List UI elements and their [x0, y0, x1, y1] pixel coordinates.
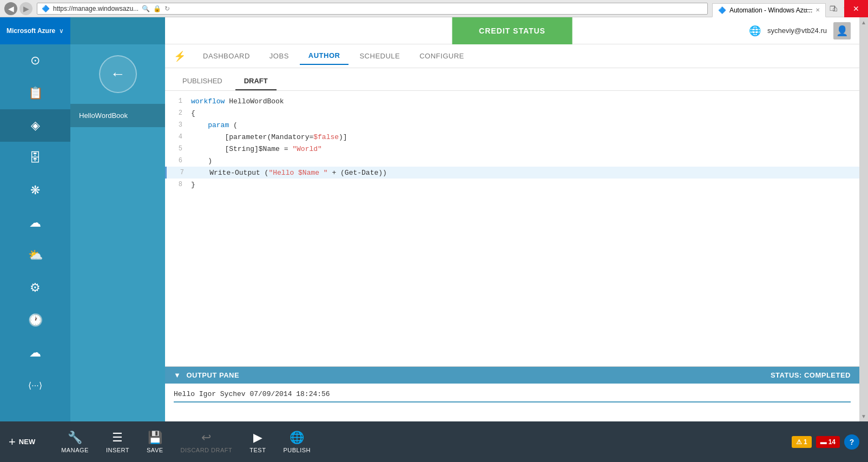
sub-tab-draft[interactable]: DRAFT [235, 72, 277, 90]
line-num-3: 3 [169, 121, 182, 129]
user-avatar[interactable]: 👤 [833, 22, 851, 39]
code2-icon: ⟨···⟩ [28, 380, 42, 391]
sidebar-item-schedule[interactable]: 🕐 [0, 304, 70, 336]
output-status-label: STATUS: COMPLETED [771, 371, 851, 379]
test-icon: ▶ [253, 431, 263, 445]
sidebar-item-code[interactable]: ◈ [0, 109, 70, 142]
tab-jobs[interactable]: JOBS [261, 48, 298, 64]
warning-count: 1 [804, 438, 807, 446]
manage-button[interactable]: 🔧 MANAGE [52, 431, 97, 453]
code-content-3: param ( [191, 121, 238, 129]
warning-badge[interactable]: ⚠ 1 [792, 436, 812, 448]
scroll-down-icon[interactable]: ▼ [861, 413, 866, 419]
sidebar-item-dashboard[interactable]: ⊙ [0, 44, 70, 77]
window-controls: — ❐ ✕ [797, 0, 868, 17]
tab-author[interactable]: AUTHOR [300, 47, 349, 65]
minimize-button[interactable]: — [797, 0, 820, 17]
close-button[interactable]: ✕ [844, 0, 868, 17]
credit-status-button[interactable]: CREDIT STATUS [452, 17, 573, 44]
output-pane-toggle-icon[interactable]: ▼ [174, 371, 181, 379]
sidebar-item-files[interactable]: 📋 [0, 77, 70, 109]
code-content-4: [parameter(Mandatory=$false)] [191, 133, 347, 141]
output-content: Hello Igor Sychev 07/09/2014 18:24:56 [165, 384, 859, 421]
sidebar-item-storage[interactable]: 🗄 [0, 142, 70, 174]
code-line-4: 4 [parameter(Mandatory=$false)] [165, 131, 859, 143]
sidebar-item-settings[interactable]: ⚙ [0, 272, 70, 304]
azure-chevron-icon[interactable]: ∨ [59, 27, 64, 35]
new-button[interactable]: + NEW [9, 436, 35, 448]
line-num-1: 1 [169, 97, 182, 105]
address-bar[interactable]: 🔷 https://manage.windowsazu... 🔍 🔒 ↻ [37, 3, 708, 15]
code-line-3: 3 param ( [165, 119, 859, 131]
bottom-toolbar: + NEW 🔧 MANAGE ☰ INSERT 💾 SAVE ↩ DISCARD… [0, 421, 868, 462]
address-text: https://manage.windowsazu... [53, 5, 139, 12]
settings-icon: ⚙ [30, 281, 41, 295]
tab-icon: 🔷 [718, 6, 726, 14]
insert-button[interactable]: ☰ INSERT [97, 431, 138, 453]
sidebar-item-cloud3[interactable]: ☁ [0, 336, 70, 369]
output-cursor [174, 401, 851, 402]
tab-configure[interactable]: CONFIGURE [411, 48, 473, 64]
warning-icon: ⚠ [796, 438, 802, 446]
insert-icon: ☰ [112, 431, 123, 445]
tab-schedule[interactable]: SCHEDULE [351, 48, 409, 64]
line-num-2: 2 [169, 109, 182, 117]
search-icon: 🔍 [142, 5, 150, 12]
nav-icon: ⚡ [174, 50, 186, 62]
nav-forward-button[interactable]: ▶ [19, 2, 32, 15]
top-right-area: 🌐 sycheviy@vtb24.ru 👤 [749, 22, 859, 39]
save-button[interactable]: 💾 SAVE [138, 431, 172, 453]
code-line-2: 2 { [165, 107, 859, 119]
sub-sidebar-header [70, 17, 165, 44]
code-line-7: 7 Write-Output ("Hello $Name " + (Get-Da… [165, 167, 859, 179]
test-button[interactable]: ▶ TEST [241, 431, 274, 453]
sidebar-item-code2[interactable]: ⟨···⟩ [0, 369, 70, 401]
help-button[interactable]: ? [844, 434, 859, 450]
test-label: TEST [249, 447, 266, 453]
refresh-icon: ↻ [165, 5, 170, 12]
site-icon: 🔷 [42, 5, 50, 12]
maximize-button[interactable]: ❐ [820, 0, 844, 17]
scroll-up-icon[interactable]: ▲ [861, 19, 866, 25]
new-plus-icon: + [9, 436, 16, 448]
sidebar-item-cluster[interactable]: ❋ [0, 174, 70, 207]
lock-icon: 🔒 [153, 5, 161, 12]
code-editor[interactable]: 1 workflow HelloWordBook 2 { 3 param ( 4 [165, 91, 859, 366]
manage-label: MANAGE [61, 447, 89, 453]
main-content: CREDIT STATUS 🌐 sycheviy@vtb24.ru 👤 ⚡ DA… [165, 17, 859, 421]
user-email-label: sycheviy@vtb24.ru [767, 27, 827, 35]
discard-draft-button[interactable]: ↩ DISCARD DRAFT [172, 431, 241, 453]
globe-icon: 🌐 [749, 25, 761, 37]
back-arrow-icon: ← [110, 65, 126, 83]
sidebar-item-cloud[interactable]: ☁ [0, 207, 70, 239]
save-label: SAVE [147, 447, 163, 453]
code-content-8: } [191, 181, 195, 189]
code-content-1: workflow HelloWordBook [191, 97, 284, 105]
line-num-6: 6 [169, 157, 182, 164]
code-line-5: 5 [String]$Name = "World" [165, 143, 859, 155]
code-line-8: 8 } [165, 179, 859, 190]
code-content-6: ) [191, 157, 212, 165]
sub-tab-published[interactable]: PUBLISHED [174, 72, 231, 90]
storage-icon: 🗄 [29, 151, 41, 165]
nav-back-button[interactable]: ◀ [4, 2, 17, 15]
sidebar-item-cloud2[interactable]: ⛅ [0, 239, 70, 272]
manage-icon: 🔧 [68, 431, 83, 445]
back-circle-button[interactable]: ← [99, 55, 137, 93]
discard-icon: ↩ [201, 431, 212, 445]
tab-dashboard[interactable]: DASHBOARD [194, 48, 259, 64]
scrollbar-right[interactable]: ▲ ▼ [859, 17, 868, 421]
top-bar: CREDIT STATUS 🌐 sycheviy@vtb24.ru 👤 [165, 17, 859, 44]
publish-icon: 🌐 [290, 431, 305, 445]
discard-label: DISCARD DRAFT [181, 447, 233, 453]
toolbar-right-badges: ⚠ 1 ▬ 14 ? [792, 434, 859, 450]
schedule-icon: 🕐 [28, 313, 43, 327]
code-content-7: Write-Output ("Hello $Name " + (Get-Date… [193, 169, 387, 177]
sub-tabs-bar: PUBLISHED DRAFT [165, 68, 859, 91]
code-line-6: 6 ) [165, 155, 859, 167]
error-badge[interactable]: ▬ 14 [816, 436, 840, 448]
cluster-icon: ❋ [30, 183, 40, 197]
sub-sidebar-item-hellowordbook[interactable]: HelloWordBook [70, 104, 165, 127]
insert-label: INSERT [106, 447, 129, 453]
publish-button[interactable]: 🌐 PUBLISH [274, 431, 319, 453]
